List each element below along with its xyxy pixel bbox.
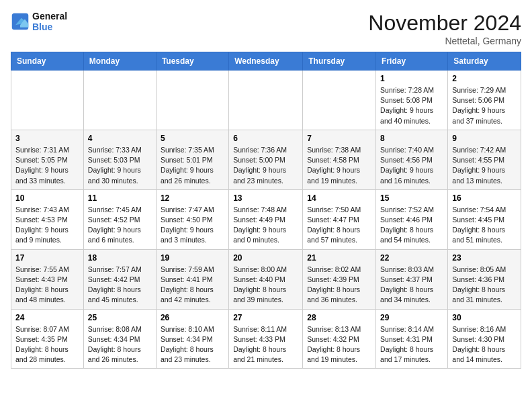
day-number: 19: [161, 253, 224, 263]
calendar-cell: 10Sunrise: 7:43 AM Sunset: 4:53 PM Dayli…: [11, 189, 84, 249]
calendar-cell: 25Sunrise: 8:08 AM Sunset: 4:34 PM Dayli…: [83, 309, 156, 369]
day-info: Sunrise: 8:11 AM Sunset: 4:33 PM Dayligh…: [233, 324, 298, 365]
day-number: 13: [233, 193, 298, 203]
day-number: 4: [88, 134, 152, 143]
day-info: Sunrise: 8:00 AM Sunset: 4:40 PM Dayligh…: [233, 265, 298, 306]
weekday-header-sunday: Sunday: [11, 52, 84, 71]
day-info: Sunrise: 7:33 AM Sunset: 5:03 PM Dayligh…: [88, 145, 152, 186]
day-info: Sunrise: 7:36 AM Sunset: 5:00 PM Dayligh…: [233, 145, 298, 186]
calendar-cell: 27Sunrise: 8:11 AM Sunset: 4:33 PM Dayli…: [229, 309, 303, 369]
logo-text: General Blue: [32, 11, 67, 32]
day-info: Sunrise: 7:29 AM Sunset: 5:06 PM Dayligh…: [452, 85, 517, 126]
day-number: 26: [161, 313, 224, 322]
day-number: 29: [380, 313, 443, 322]
weekday-header-friday: Friday: [376, 52, 448, 71]
calendar-cell: 30Sunrise: 8:16 AM Sunset: 4:30 PM Dayli…: [448, 309, 521, 369]
calendar-cell: 9Sunrise: 7:42 AM Sunset: 4:55 PM Daylig…: [448, 130, 521, 189]
weekday-header-monday: Monday: [83, 52, 156, 71]
day-info: Sunrise: 7:45 AM Sunset: 4:52 PM Dayligh…: [88, 205, 152, 246]
day-number: 9: [452, 134, 517, 143]
day-number: 2: [452, 74, 517, 83]
calendar-cell: 12Sunrise: 7:47 AM Sunset: 4:50 PM Dayli…: [156, 189, 228, 249]
calendar-week-row: 1Sunrise: 7:28 AM Sunset: 5:08 PM Daylig…: [11, 71, 521, 130]
day-info: Sunrise: 8:03 AM Sunset: 4:37 PM Dayligh…: [380, 265, 443, 306]
calendar-cell: 22Sunrise: 8:03 AM Sunset: 4:37 PM Dayli…: [376, 249, 448, 309]
day-info: Sunrise: 8:02 AM Sunset: 4:39 PM Dayligh…: [307, 265, 371, 306]
day-number: 6: [233, 134, 298, 143]
day-info: Sunrise: 8:07 AM Sunset: 4:35 PM Dayligh…: [15, 324, 79, 365]
day-number: 25: [88, 313, 152, 322]
calendar-cell: 3Sunrise: 7:31 AM Sunset: 5:05 PM Daylig…: [11, 130, 84, 189]
day-info: Sunrise: 7:55 AM Sunset: 4:43 PM Dayligh…: [15, 265, 79, 306]
calendar-cell: 13Sunrise: 7:48 AM Sunset: 4:49 PM Dayli…: [229, 189, 303, 249]
day-info: Sunrise: 7:42 AM Sunset: 4:55 PM Dayligh…: [452, 145, 517, 186]
calendar-cell: 1Sunrise: 7:28 AM Sunset: 5:08 PM Daylig…: [376, 71, 448, 130]
day-info: Sunrise: 8:10 AM Sunset: 4:34 PM Dayligh…: [161, 324, 224, 365]
weekday-header-thursday: Thursday: [303, 52, 376, 71]
calendar-cell: 11Sunrise: 7:45 AM Sunset: 4:52 PM Dayli…: [83, 189, 156, 249]
calendar-cell: 17Sunrise: 7:55 AM Sunset: 4:43 PM Dayli…: [11, 249, 84, 309]
day-info: Sunrise: 7:47 AM Sunset: 4:50 PM Dayligh…: [161, 205, 224, 246]
calendar-cell: 6Sunrise: 7:36 AM Sunset: 5:00 PM Daylig…: [229, 130, 303, 189]
day-number: 23: [452, 253, 517, 263]
month-title: November 2024: [368, 11, 521, 36]
day-number: 16: [452, 193, 517, 203]
calendar-week-row: 10Sunrise: 7:43 AM Sunset: 4:53 PM Dayli…: [11, 189, 521, 249]
day-info: Sunrise: 7:54 AM Sunset: 4:45 PM Dayligh…: [452, 205, 517, 246]
day-number: 21: [307, 253, 371, 263]
calendar-cell: 28Sunrise: 8:13 AM Sunset: 4:32 PM Dayli…: [303, 309, 376, 369]
calendar-cell: 16Sunrise: 7:54 AM Sunset: 4:45 PM Dayli…: [448, 189, 521, 249]
calendar-cell: 4Sunrise: 7:33 AM Sunset: 5:03 PM Daylig…: [83, 130, 156, 189]
weekday-header-saturday: Saturday: [448, 52, 521, 71]
logo-icon: [11, 12, 30, 31]
day-info: Sunrise: 7:48 AM Sunset: 4:49 PM Dayligh…: [233, 205, 298, 246]
day-number: 17: [15, 253, 79, 263]
calendar-cell: 7Sunrise: 7:38 AM Sunset: 4:58 PM Daylig…: [303, 130, 376, 189]
calendar-cell: [229, 71, 303, 130]
day-info: Sunrise: 7:43 AM Sunset: 4:53 PM Dayligh…: [15, 205, 79, 246]
calendar-week-row: 3Sunrise: 7:31 AM Sunset: 5:05 PM Daylig…: [11, 130, 521, 189]
day-info: Sunrise: 7:35 AM Sunset: 5:01 PM Dayligh…: [161, 145, 224, 186]
calendar-cell: 15Sunrise: 7:52 AM Sunset: 4:46 PM Dayli…: [376, 189, 448, 249]
day-info: Sunrise: 7:38 AM Sunset: 4:58 PM Dayligh…: [307, 145, 371, 186]
day-info: Sunrise: 7:31 AM Sunset: 5:05 PM Dayligh…: [15, 145, 79, 186]
calendar-cell: [11, 71, 84, 130]
day-number: 3: [15, 134, 79, 143]
day-info: Sunrise: 8:14 AM Sunset: 4:31 PM Dayligh…: [380, 324, 443, 365]
day-number: 5: [161, 134, 224, 143]
day-info: Sunrise: 7:28 AM Sunset: 5:08 PM Dayligh…: [380, 85, 443, 126]
page-header: General Blue November 2024 Nettetal, Ger…: [11, 11, 521, 46]
calendar-cell: 8Sunrise: 7:40 AM Sunset: 4:56 PM Daylig…: [376, 130, 448, 189]
day-number: 1: [380, 74, 443, 83]
calendar-cell: 5Sunrise: 7:35 AM Sunset: 5:01 PM Daylig…: [156, 130, 228, 189]
day-info: Sunrise: 8:13 AM Sunset: 4:32 PM Dayligh…: [307, 324, 371, 365]
day-info: Sunrise: 8:16 AM Sunset: 4:30 PM Dayligh…: [452, 324, 517, 365]
calendar-table: SundayMondayTuesdayWednesdayThursdayFrid…: [11, 52, 521, 369]
day-number: 11: [88, 193, 152, 203]
day-number: 10: [15, 193, 79, 203]
day-number: 20: [233, 253, 298, 263]
day-number: 30: [452, 313, 517, 322]
calendar-cell: 2Sunrise: 7:29 AM Sunset: 5:06 PM Daylig…: [448, 71, 521, 130]
weekday-header-tuesday: Tuesday: [156, 52, 228, 71]
location: Nettetal, Germany: [368, 36, 521, 46]
calendar-cell: 21Sunrise: 8:02 AM Sunset: 4:39 PM Dayli…: [303, 249, 376, 309]
day-info: Sunrise: 7:40 AM Sunset: 4:56 PM Dayligh…: [380, 145, 443, 186]
calendar-cell: 29Sunrise: 8:14 AM Sunset: 4:31 PM Dayli…: [376, 309, 448, 369]
day-number: 24: [15, 313, 79, 322]
day-number: 12: [161, 193, 224, 203]
day-number: 14: [307, 193, 371, 203]
calendar-cell: 23Sunrise: 8:05 AM Sunset: 4:36 PM Dayli…: [448, 249, 521, 309]
calendar-week-row: 24Sunrise: 8:07 AM Sunset: 4:35 PM Dayli…: [11, 309, 521, 369]
day-info: Sunrise: 7:59 AM Sunset: 4:41 PM Dayligh…: [161, 265, 224, 306]
calendar-cell: 19Sunrise: 7:59 AM Sunset: 4:41 PM Dayli…: [156, 249, 228, 309]
calendar-cell: 26Sunrise: 8:10 AM Sunset: 4:34 PM Dayli…: [156, 309, 228, 369]
day-info: Sunrise: 7:50 AM Sunset: 4:47 PM Dayligh…: [307, 205, 371, 246]
weekday-header-wednesday: Wednesday: [229, 52, 303, 71]
day-info: Sunrise: 7:57 AM Sunset: 4:42 PM Dayligh…: [88, 265, 152, 306]
day-number: 22: [380, 253, 443, 263]
calendar-cell: 14Sunrise: 7:50 AM Sunset: 4:47 PM Dayli…: [303, 189, 376, 249]
day-info: Sunrise: 8:08 AM Sunset: 4:34 PM Dayligh…: [88, 324, 152, 365]
calendar-cell: 18Sunrise: 7:57 AM Sunset: 4:42 PM Dayli…: [83, 249, 156, 309]
calendar-cell: 24Sunrise: 8:07 AM Sunset: 4:35 PM Dayli…: [11, 309, 84, 369]
